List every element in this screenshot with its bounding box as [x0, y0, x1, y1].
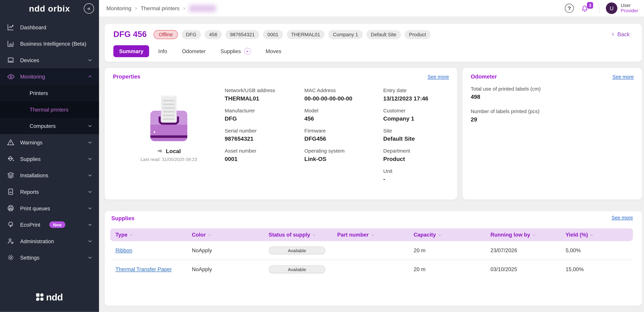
- tree-icon: [7, 221, 15, 229]
- sidebar-item-label: Reports: [20, 189, 82, 195]
- sidebar-item-label: Monitoring: [20, 73, 82, 80]
- field-number-labels-printed: Number of labels printed (pcs) 29: [471, 109, 634, 123]
- sidebar-item-thermal-printers[interactable]: Thermal printers: [0, 101, 99, 118]
- tab-label: Info: [158, 48, 167, 54]
- chevron-down-icon: [88, 239, 92, 244]
- back-label: Back: [617, 31, 630, 38]
- status-of-supply-pill[interactable]: Available: [268, 265, 325, 273]
- warning-triangle-icon: [7, 138, 15, 146]
- user-menu[interactable]: U User Provider: [606, 3, 638, 14]
- supplies-card: Supplies See more Type Color Status of s…: [105, 211, 642, 306]
- supply-running-low-by: 23/07/2026: [490, 247, 566, 253]
- back-button[interactable]: Back: [611, 31, 630, 38]
- field-site: Site Default Site: [383, 128, 449, 142]
- tab-info[interactable]: Info: [152, 45, 173, 57]
- app: ndd orbix « Dashboard Business Intellige…: [0, 0, 644, 312]
- card-title: Properties: [113, 74, 449, 80]
- tab-summary[interactable]: Summary: [114, 45, 149, 57]
- brand-logo: ndd orbix: [29, 4, 70, 14]
- report-document-icon: [7, 188, 15, 196]
- odometer-see-more-link[interactable]: See more: [612, 74, 634, 80]
- divider: [599, 3, 599, 13]
- notifications-button[interactable]: 3: [580, 4, 589, 13]
- topbar-actions: ? 3 U User Provider: [565, 3, 638, 14]
- odometer-body: Total use of printed labels (cm) 498 Num…: [471, 83, 634, 123]
- field-department: Department Product: [383, 148, 449, 163]
- tab-supplies[interactable]: Supplies: [215, 45, 256, 58]
- sidebar-item-label: Business Intelligence (Beta): [20, 41, 92, 47]
- sidebar-footer-logo: ndd: [0, 288, 99, 312]
- printer-visual: Local Last read: 31/05/2025 09:23: [113, 85, 224, 188]
- card-title: Odometer: [471, 74, 634, 80]
- status-of-supply-pill[interactable]: Available: [268, 246, 325, 254]
- ndd-logo-text: ndd: [46, 291, 63, 303]
- sidebar-item-administration[interactable]: Administration: [0, 233, 99, 249]
- supply-type-link[interactable]: Ribbon: [116, 247, 132, 253]
- supply-yield: 15,00%: [566, 266, 633, 272]
- column-header-color[interactable]: Color: [192, 232, 268, 238]
- sidebar-logo-row: ndd orbix «: [0, 0, 99, 17]
- sidebar-item-printers[interactable]: Printers: [0, 85, 99, 101]
- supplies-see-more-link[interactable]: See more: [612, 215, 633, 221]
- user-text: User Provider: [621, 3, 638, 14]
- help-button[interactable]: ?: [565, 4, 574, 13]
- column-header-yield[interactable]: Yield (%): [566, 232, 633, 238]
- sidebar-item-warnings[interactable]: Warnings: [0, 134, 99, 151]
- chevron-down-circle-icon[interactable]: [244, 48, 251, 55]
- chevron-down-icon: [88, 255, 92, 260]
- user-role: Provider: [621, 8, 638, 14]
- tab-odometer[interactable]: Odometer: [176, 45, 211, 57]
- sort-chevron-icon: [590, 233, 594, 237]
- sidebar-item-computers[interactable]: Computers: [0, 118, 99, 134]
- column-header-capacity[interactable]: Capacity: [414, 232, 490, 238]
- sidebar-item-print-queues[interactable]: Print queues: [0, 200, 99, 216]
- device-tag: DFG: [182, 30, 201, 39]
- sidebar-item-label: Administration: [20, 238, 82, 244]
- field-customer: Customer Company 1: [383, 108, 449, 122]
- sidebar-item-installations[interactable]: Installations: [0, 167, 99, 184]
- new-badge: New: [49, 221, 65, 228]
- field-operating-system: Operating system Link-OS: [304, 148, 383, 163]
- chevron-up-icon: [88, 74, 92, 79]
- supply-type-link[interactable]: Thermal Transfer Paper: [116, 266, 172, 272]
- breadcrumb-monitoring[interactable]: Monitoring: [106, 5, 132, 11]
- sidebar-item-label: Printers: [30, 90, 92, 96]
- chevron-down-icon: [88, 123, 92, 128]
- sidebar-item-settings[interactable]: Settings: [0, 249, 99, 266]
- sort-chevron-icon: [532, 233, 536, 237]
- sidebar-item-label: Thermal printers: [30, 106, 92, 113]
- column-header-part-number[interactable]: Part number: [337, 232, 414, 238]
- sidebar-item-business-intelligence[interactable]: Business Intelligence (Beta): [0, 35, 99, 52]
- column-header-type[interactable]: Type: [116, 232, 192, 238]
- connection-type-label: Local: [166, 148, 181, 154]
- column-header-running-low-by[interactable]: Running low by: [490, 232, 566, 238]
- sidebar-item-dashboard[interactable]: Dashboard: [0, 19, 99, 35]
- supplies-table: Type Color Status of supply Part number: [110, 228, 633, 279]
- sidebar-item-devices[interactable]: Devices: [0, 52, 99, 68]
- supplies-card-header: Supplies See more: [110, 214, 633, 225]
- supply-color: NoApply: [192, 266, 268, 272]
- supply-capacity: 20 m: [414, 266, 490, 272]
- sidebar-item-reports[interactable]: Reports: [0, 184, 99, 200]
- supply-yield: 5,00%: [566, 247, 633, 253]
- field-total-use-printed-labels: Total use of printed labels (cm) 498: [471, 86, 634, 100]
- sidebar-nav: Dashboard Business Intelligence (Beta) D…: [0, 19, 99, 288]
- ink-bucket-icon: [7, 155, 15, 163]
- sidebar-collapse-button[interactable]: «: [84, 3, 94, 14]
- avatar: U: [606, 3, 618, 14]
- sidebar-item-label: Computers: [30, 123, 88, 129]
- sidebar-item-ecoprint[interactable]: EcoPrint New: [0, 216, 99, 233]
- device-tag: Product: [404, 30, 430, 39]
- properties-see-more-link[interactable]: See more: [428, 74, 449, 80]
- tab-label: Summary: [119, 48, 144, 54]
- column-header-status-of-supply[interactable]: Status of supply: [268, 232, 337, 238]
- properties-card: Properties See more: [105, 68, 457, 200]
- device-tag: 0001: [263, 30, 283, 39]
- tab-label: Moves: [266, 48, 281, 54]
- sidebar-item-monitoring[interactable]: Monitoring: [0, 68, 99, 85]
- sidebar-item-supplies[interactable]: Supplies: [0, 150, 99, 167]
- device-tabs: Summary Info Odometer Supplies Moves: [114, 45, 630, 58]
- tab-moves[interactable]: Moves: [260, 45, 287, 57]
- tab-label: Odometer: [182, 48, 206, 54]
- breadcrumb-thermal-printers[interactable]: Thermal printers: [140, 5, 180, 11]
